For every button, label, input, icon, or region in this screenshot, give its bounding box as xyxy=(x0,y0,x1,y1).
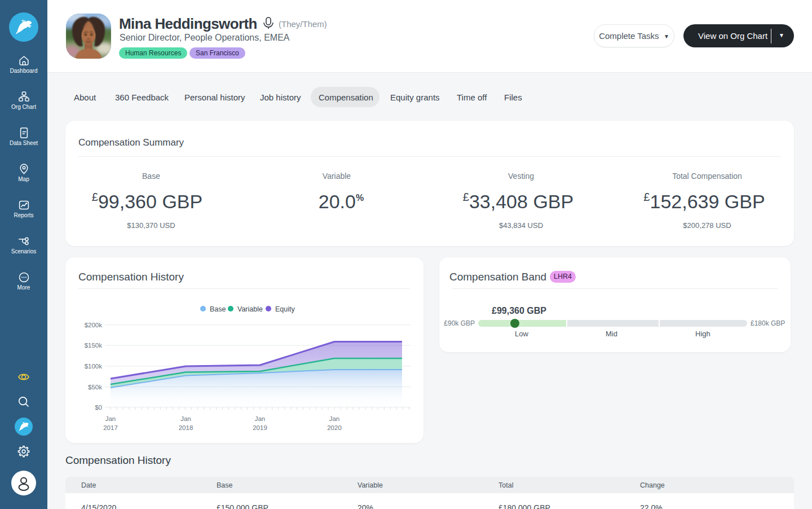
svg-text:2020: 2020 xyxy=(327,424,342,431)
svg-text:Jan: Jan xyxy=(180,415,191,422)
svg-text:2019: 2019 xyxy=(253,424,267,431)
svg-text:Jan: Jan xyxy=(105,415,116,422)
svg-text:$50k: $50k xyxy=(88,384,102,390)
svg-text:$200k: $200k xyxy=(85,322,103,328)
svg-text:$150k: $150k xyxy=(85,342,103,349)
svg-text:$0: $0 xyxy=(95,404,102,411)
svg-text:2018: 2018 xyxy=(179,424,193,431)
svg-text:Jan: Jan xyxy=(329,415,340,422)
svg-text:Base: Base xyxy=(210,305,226,313)
svg-text:Jan: Jan xyxy=(255,415,266,422)
svg-text:Equity: Equity xyxy=(275,305,295,313)
svg-text:Variable: Variable xyxy=(237,305,263,313)
svg-text:2017: 2017 xyxy=(103,424,118,431)
svg-text:$100k: $100k xyxy=(85,363,103,370)
